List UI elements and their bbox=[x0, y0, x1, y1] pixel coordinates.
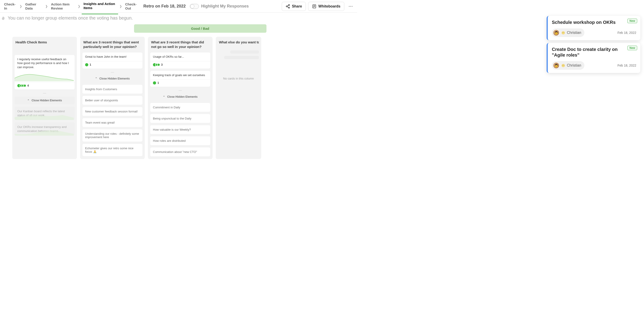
more-menu-button[interactable] bbox=[346, 2, 355, 10]
section-pill-good-bad: Good / Bad bbox=[134, 24, 266, 33]
sparkline-icon bbox=[14, 128, 74, 136]
svg-point-1 bbox=[286, 6, 287, 7]
svg-point-10 bbox=[350, 6, 351, 7]
close-hidden-label: Close Hidden Elements bbox=[100, 77, 130, 80]
chevron-up-icon: ⌃ bbox=[163, 95, 165, 98]
highlight-toggle[interactable] bbox=[190, 4, 199, 9]
card[interactable]: Usage of OKRs so far... 3 bbox=[150, 52, 210, 69]
step-breadcrumbs: Check-In ❯ Gather Data ❯ Action Item Rev… bbox=[2, 0, 139, 14]
card[interactable]: Great to have John in the team! 1 bbox=[82, 52, 142, 69]
notice-bar: You can no longer group elements once th… bbox=[0, 13, 357, 24]
hidden-card-text: Communication about "new CTO" bbox=[153, 150, 197, 154]
vote-count: 1 bbox=[90, 63, 91, 66]
close-hidden-button[interactable]: ⌃ Close Hidden Elements bbox=[14, 97, 75, 104]
column-title: Health Check Items bbox=[14, 40, 75, 46]
notice-text: You can no longer group elements once th… bbox=[8, 15, 133, 21]
app-header: Check-In ❯ Gather Data ❯ Action Item Rev… bbox=[0, 0, 357, 13]
column-not-well: What are 3 recent things that did not go… bbox=[148, 37, 212, 159]
retro-title: Retro on Feb 18, 2022 bbox=[143, 4, 186, 9]
share-button[interactable]: Share bbox=[282, 2, 306, 11]
hidden-card-text: Commitment in Daily bbox=[153, 106, 180, 109]
card-text: I regularly receive useful feedback on h… bbox=[14, 55, 75, 72]
hidden-card[interactable]: Our OKRs increase transparency and commu… bbox=[14, 122, 75, 136]
highlight-toggle-wrap: Highlight My Responses bbox=[190, 4, 249, 9]
column-title: What are 3 recent things that went parti… bbox=[82, 40, 142, 50]
card-votes: 4 bbox=[14, 82, 75, 90]
whiteboards-label: Whiteboards bbox=[318, 4, 340, 8]
column-what-else: What else do you want to discuss in our … bbox=[216, 37, 261, 159]
chevron-up-icon: ⌃ bbox=[27, 99, 29, 102]
column-title: What else do you want to discuss in our … bbox=[218, 40, 259, 46]
close-hidden-button[interactable]: ⌃ Close Hidden Elements bbox=[150, 93, 210, 101]
hidden-card[interactable]: Communication about "new CTO" bbox=[150, 148, 210, 156]
hidden-card[interactable]: Commitment in Daily bbox=[150, 103, 210, 112]
placeholder-skeleton bbox=[218, 48, 259, 64]
svg-point-2 bbox=[288, 7, 290, 8]
share-icon bbox=[286, 4, 290, 9]
hidden-card[interactable]: Our Kanban board reflects the latest sta… bbox=[14, 107, 75, 120]
hidden-card-text: Better user of storypoints bbox=[85, 99, 118, 102]
hidden-card-text: How valuable is our Weekly? bbox=[153, 128, 191, 131]
hidden-card-text: Being unpunctual to the Daily bbox=[153, 117, 192, 120]
card[interactable]: Keeping track of goals we set ourselves … bbox=[150, 71, 210, 87]
chevron-right-icon: ❯ bbox=[44, 4, 49, 8]
hidden-card[interactable]: Insights from Customers bbox=[82, 85, 142, 94]
hidden-card[interactable]: Better user of storypoints bbox=[82, 96, 142, 105]
column-title: What are 3 recent things that did not go… bbox=[150, 40, 210, 50]
hidden-card[interactable]: Echometer gives our retro some nice focu… bbox=[82, 144, 142, 156]
hidden-card[interactable]: How roles are distributed bbox=[150, 136, 210, 145]
hidden-card-text: Insights from Customers bbox=[85, 87, 117, 91]
card[interactable]: I regularly receive useful feedback on h… bbox=[14, 55, 75, 90]
vote-count: 4 bbox=[27, 84, 29, 87]
vote-count: 1 bbox=[158, 81, 159, 85]
drag-handle-icon[interactable]: — bbox=[14, 92, 75, 94]
chevron-up-icon: ⌃ bbox=[95, 77, 97, 80]
hidden-card-text: Echometer gives our retro some nice focu… bbox=[85, 147, 133, 153]
chevron-right-icon: ❯ bbox=[76, 4, 82, 8]
share-label: Share bbox=[292, 4, 302, 8]
chevron-right-icon: ❯ bbox=[118, 4, 123, 8]
card-votes: 1 bbox=[82, 61, 142, 69]
whiteboard-icon bbox=[312, 4, 316, 9]
hidden-card[interactable]: Team event was great! bbox=[82, 118, 142, 127]
hidden-card-text: Understanding our roles - definitely som… bbox=[85, 132, 139, 139]
card-text: Great to have John in the team! bbox=[82, 52, 142, 61]
close-hidden-button[interactable]: ⌃ Close Hidden Elements bbox=[82, 75, 142, 82]
svg-line-4 bbox=[287, 6, 288, 7]
hidden-card-text: New customer feedback session format! bbox=[85, 110, 138, 113]
hidden-card[interactable]: Understanding our roles - definitely som… bbox=[82, 129, 142, 142]
header-center: Retro on Feb 18, 2022 Highlight My Respo… bbox=[139, 4, 282, 9]
whiteboards-button[interactable]: Whiteboards bbox=[308, 2, 344, 11]
drag-handle-icon[interactable]: — bbox=[82, 71, 142, 73]
step-gather-data[interactable]: Gather Data bbox=[24, 0, 44, 12]
close-hidden-label: Close Hidden Elements bbox=[167, 95, 198, 98]
highlight-toggle-label: Highlight My Responses bbox=[201, 4, 249, 9]
step-check-in[interactable]: Check-In bbox=[2, 0, 18, 12]
svg-point-11 bbox=[352, 6, 353, 7]
drag-handle-icon[interactable]: — bbox=[150, 89, 210, 92]
empty-column-text: No cards in this column bbox=[218, 66, 259, 80]
hidden-card-text: How roles are distributed bbox=[153, 139, 186, 143]
hidden-card[interactable]: How valuable is our Weekly? bbox=[150, 125, 210, 134]
column-went-well: What are 3 recent things that went parti… bbox=[80, 37, 145, 159]
header-actions: Share Whiteboards bbox=[282, 2, 355, 11]
card-votes: 1 bbox=[150, 79, 210, 87]
step-insights-action-items[interactable]: Insights and Action Items bbox=[82, 0, 118, 14]
board: Good / Bad Health Check Items I regularl… bbox=[0, 24, 357, 159]
vote-count: 3 bbox=[161, 63, 163, 66]
sparkline-icon bbox=[14, 113, 74, 120]
dots-horizontal-icon bbox=[348, 4, 353, 9]
sparkline-icon bbox=[14, 72, 74, 81]
svg-line-3 bbox=[287, 5, 288, 6]
chevron-right-icon: ❯ bbox=[18, 4, 24, 8]
svg-point-9 bbox=[349, 6, 350, 7]
hidden-card[interactable]: Being unpunctual to the Daily bbox=[150, 114, 210, 123]
column-health-check: Health Check Items I regularly receive u… bbox=[12, 37, 77, 159]
close-hidden-label: Close Hidden Elements bbox=[32, 99, 62, 102]
svg-point-0 bbox=[288, 4, 290, 5]
card-text: Keeping track of goals we set ourselves bbox=[150, 71, 210, 80]
step-check-out[interactable]: Check-Out bbox=[123, 0, 139, 12]
hidden-card[interactable]: New customer feedback session format! bbox=[82, 107, 142, 116]
step-action-item-review[interactable]: Action Item Review bbox=[49, 0, 76, 12]
hand-stop-icon bbox=[1, 16, 6, 20]
